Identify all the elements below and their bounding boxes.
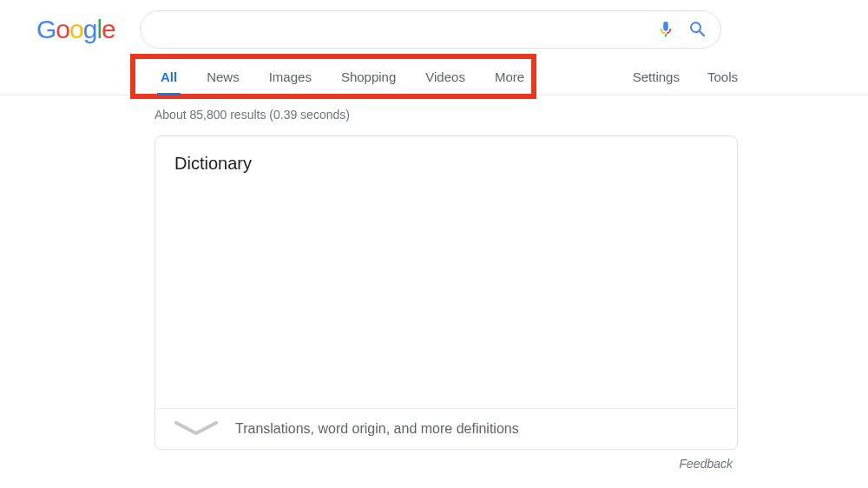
feedback-link[interactable]: Feedback xyxy=(155,450,738,471)
tools-link[interactable]: Tools xyxy=(707,57,738,95)
card-expand[interactable]: Translations, word origin, and more defi… xyxy=(155,408,737,449)
search-icons xyxy=(656,19,708,40)
card-title: Dictionary xyxy=(155,136,737,181)
tabs: All News Images Shopping Videos More xyxy=(130,57,539,95)
search-icon[interactable] xyxy=(687,19,708,40)
header: Google xyxy=(0,0,868,57)
card-body xyxy=(155,181,737,408)
card-expand-label: Translations, word origin, and more defi… xyxy=(235,421,519,437)
dictionary-card: Dictionary Translations, word origin, an… xyxy=(155,135,738,450)
nav-row: All News Images Shopping Videos More Set… xyxy=(0,57,868,95)
right-tools: Settings Tools xyxy=(633,57,738,95)
mic-icon[interactable] xyxy=(656,19,674,40)
chevron-down-icon xyxy=(174,421,218,437)
search-bar[interactable] xyxy=(140,10,721,49)
tab-shopping[interactable]: Shopping xyxy=(326,57,411,95)
tab-videos[interactable]: Videos xyxy=(411,57,480,95)
result-stats: About 85,800 results (0.39 seconds) xyxy=(155,96,738,132)
settings-link[interactable]: Settings xyxy=(633,57,680,95)
google-logo[interactable]: Google xyxy=(36,15,115,44)
tab-images[interactable]: Images xyxy=(254,57,326,95)
tab-more[interactable]: More xyxy=(480,57,539,95)
tab-all[interactable]: All xyxy=(146,57,192,95)
tab-news[interactable]: News xyxy=(192,57,254,95)
search-input[interactable] xyxy=(158,11,656,48)
results-area: About 85,800 results (0.39 seconds) Dict… xyxy=(0,96,868,471)
